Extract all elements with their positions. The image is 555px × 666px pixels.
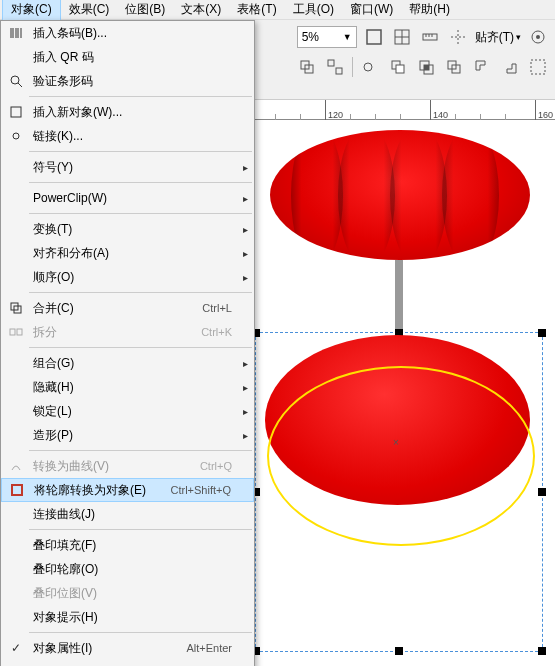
svg-rect-34 <box>10 329 15 335</box>
svg-rect-0 <box>367 30 381 44</box>
trim-icon[interactable] <box>387 56 409 78</box>
svg-rect-20 <box>424 65 429 70</box>
insert-obj-icon <box>5 105 27 119</box>
links-icon <box>5 129 27 143</box>
menu-to-curves: 转换为曲线(V)Ctrl+Q <box>1 454 254 478</box>
menubar-item-table[interactable]: 表格(T) <box>229 0 284 20</box>
check-icon: ✓ <box>5 641 27 655</box>
menu-insert-qr[interactable]: 插入 QR 码 <box>1 45 254 69</box>
guides-icon[interactable] <box>447 26 469 48</box>
menu-order[interactable]: 顺序(O)▸ <box>1 265 254 289</box>
handle-mr[interactable] <box>538 488 546 496</box>
svg-rect-17 <box>396 65 404 73</box>
menu-insert-new-object[interactable]: 插入新对象(W)... <box>1 100 254 124</box>
chevron-right-icon: ▸ <box>243 193 248 204</box>
menu-group[interactable]: 组合(G)▸ <box>1 351 254 375</box>
menu-connect-curves[interactable]: 连接曲线(J) <box>1 502 254 526</box>
menu-shaping[interactable]: 造形(P)▸ <box>1 423 254 447</box>
svg-rect-31 <box>11 107 21 117</box>
menu-powerclip[interactable]: PowerClip(W)▸ <box>1 186 254 210</box>
menu-insert-barcode[interactable]: 插入条码(B)... <box>1 21 254 45</box>
menubar: 对象(C) 效果(C) 位图(B) 文本(X) 表格(T) 工具(O) 窗口(W… <box>0 0 555 20</box>
grid-icon[interactable] <box>391 26 413 48</box>
menu-links[interactable]: 链接(K)... <box>1 124 254 148</box>
verify-icon <box>5 74 27 88</box>
simplify-icon[interactable] <box>443 56 465 78</box>
front-minus-back-icon[interactable] <box>471 56 493 78</box>
curves-icon <box>5 459 27 473</box>
ruler-icon[interactable] <box>419 26 441 48</box>
menu-outline-to-object[interactable]: 将轮廓转换为对象(E)Ctrl+Shift+Q <box>1 478 254 502</box>
chevron-right-icon: ▸ <box>243 162 248 173</box>
svg-rect-35 <box>17 329 22 335</box>
back-minus-front-icon[interactable] <box>499 56 521 78</box>
zoom-input[interactable]: 5%▼ <box>297 26 357 48</box>
svg-rect-14 <box>328 60 334 66</box>
svg-rect-23 <box>531 60 545 74</box>
menubar-item-bitmap[interactable]: 位图(B) <box>117 0 173 20</box>
menubar-item-window[interactable]: 窗口(W) <box>342 0 401 20</box>
svg-rect-4 <box>423 34 437 40</box>
menu-verify-barcode[interactable]: 验证条形码 <box>1 69 254 93</box>
weld-icon[interactable] <box>359 56 381 78</box>
menu-transform[interactable]: 变换(T)▸ <box>1 217 254 241</box>
menu-object-hint[interactable]: 对象提示(H) <box>1 605 254 629</box>
menu-overprint-outline[interactable]: 叠印轮廓(O) <box>1 557 254 581</box>
combine-icon <box>5 301 27 315</box>
chevron-right-icon: ▸ <box>243 272 248 283</box>
boundary-icon[interactable] <box>527 56 549 78</box>
menu-lock[interactable]: 锁定(L)▸ <box>1 399 254 423</box>
intersect-icon[interactable] <box>415 56 437 78</box>
yellow-outline[interactable] <box>267 366 535 546</box>
menubar-item-effects[interactable]: 效果(C) <box>61 0 118 20</box>
horizontal-ruler: 120 140 160 <box>255 100 555 120</box>
chevron-right-icon: ▸ <box>243 248 248 259</box>
menu-split: 拆分Ctrl+K <box>1 320 254 344</box>
barcode-icon <box>5 26 27 40</box>
group-icon[interactable] <box>296 56 318 78</box>
chevron-right-icon: ▸ <box>243 358 248 369</box>
menu-overprint-fill[interactable]: 叠印填充(F) <box>1 533 254 557</box>
canvas[interactable]: 120 140 160 × <box>255 100 555 666</box>
menu-object-properties[interactable]: ✓ 对象属性(I)Alt+Enter <box>1 636 254 660</box>
svg-rect-15 <box>336 68 342 74</box>
chevron-right-icon: ▸ <box>243 406 248 417</box>
menu-align-distribute[interactable]: 对齐和分布(A)▸ <box>1 241 254 265</box>
menu-object-manager[interactable]: 对象管理器(N) <box>1 660 254 666</box>
menubar-item-tools[interactable]: 工具(O) <box>285 0 342 20</box>
menu-symbols[interactable]: 符号(Y)▸ <box>1 155 254 179</box>
menu-hide[interactable]: 隐藏(H)▸ <box>1 375 254 399</box>
svg-point-11 <box>536 35 540 39</box>
split-icon <box>5 325 27 339</box>
options-icon[interactable] <box>527 26 549 48</box>
lantern-top <box>270 130 530 260</box>
menubar-item-text[interactable]: 文本(X) <box>173 0 229 20</box>
chevron-right-icon: ▸ <box>243 224 248 235</box>
object-dropdown-menu: 插入条码(B)... 插入 QR 码 验证条形码 插入新对象(W)... 链接(… <box>0 20 255 666</box>
handle-tr[interactable] <box>538 329 546 337</box>
chevron-right-icon: ▸ <box>243 430 248 441</box>
menubar-item-object[interactable]: 对象(C) <box>2 0 61 21</box>
svg-line-30 <box>18 83 22 87</box>
outline-obj-icon <box>6 483 28 497</box>
handle-bc[interactable] <box>395 647 403 655</box>
menu-overprint-bitmap: 叠印位图(V) <box>1 581 254 605</box>
menu-combine[interactable]: 合并(C)Ctrl+L <box>1 296 254 320</box>
svg-rect-36 <box>12 485 22 495</box>
svg-point-29 <box>11 76 19 84</box>
ungroup-icon[interactable] <box>324 56 346 78</box>
fullscreen-icon[interactable] <box>363 26 385 48</box>
center-marker: × <box>393 437 399 448</box>
snap-button[interactable]: 贴齐(T) ▾ <box>475 29 521 46</box>
chevron-right-icon: ▸ <box>243 382 248 393</box>
handle-br[interactable] <box>538 647 546 655</box>
menubar-item-help[interactable]: 帮助(H) <box>401 0 458 20</box>
